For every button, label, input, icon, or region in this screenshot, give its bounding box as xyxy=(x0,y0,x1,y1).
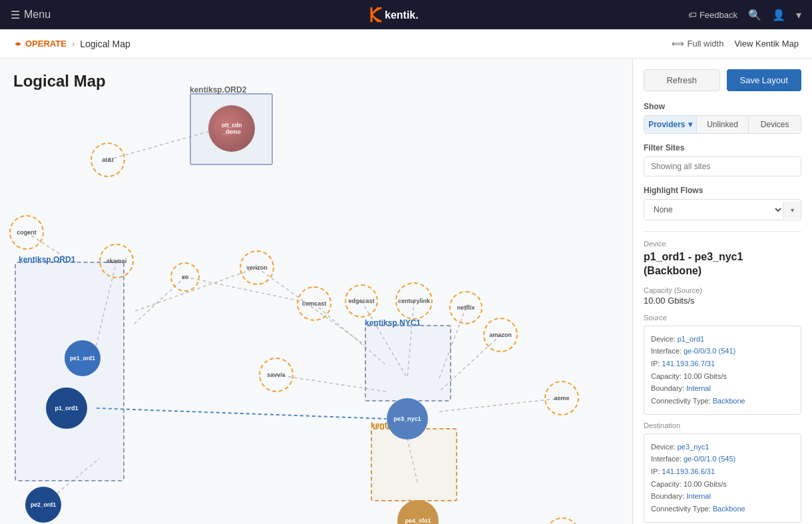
node-cogent[interactable]: cogent xyxy=(9,215,44,250)
site-ORD1 xyxy=(15,262,124,481)
show-devices-button[interactable]: Devices xyxy=(749,116,801,133)
node-akamai[interactable]: akamai xyxy=(99,244,134,278)
node-verizon[interactable]: verizon xyxy=(240,250,274,285)
show-unlinked-button[interactable]: Unlinked xyxy=(697,116,749,133)
dest-boundary-link[interactable]: Internal xyxy=(686,492,711,500)
node-netflix[interactable]: netflix xyxy=(449,291,483,324)
panel-divider xyxy=(644,231,801,232)
source-device-link[interactable]: p1_ord1 xyxy=(678,335,704,343)
capacity-label: Capacity (Source) xyxy=(644,286,801,294)
node-edgecast[interactable]: edgecast xyxy=(345,284,378,318)
show-label: Show xyxy=(644,102,801,111)
destination-label: Destination xyxy=(644,421,801,429)
node-att[interactable]: at&t xyxy=(91,142,125,177)
operate-link[interactable]: OPERATE xyxy=(13,39,67,49)
dest-ip-row: IP: 141.193.36.6/31 xyxy=(651,465,794,478)
kentik-logo-svg: kentik. xyxy=(366,5,446,24)
dest-device-row: Device: pe3_nyc1 xyxy=(651,441,794,453)
site-label-ORD2: kentiksp.ORD2 xyxy=(190,85,246,95)
source-box: Device: p1_ord1 Interface: ge-0/0/3.0 (5… xyxy=(644,326,801,415)
dest-ip-link[interactable]: 141.193.36.6/31 xyxy=(662,467,715,475)
destination-box: Device: pe3_nyc1 Interface: ge-0/0/1.0 (… xyxy=(644,433,801,523)
show-buttons-group: Providers ▾ Unlinked Devices xyxy=(644,115,801,134)
node-centurylink[interactable]: centurylink xyxy=(395,282,433,320)
node-savvis[interactable]: savvis xyxy=(259,358,294,392)
view-kentik-map-button[interactable]: View Kentik Map xyxy=(734,39,799,49)
source-capacity-row: Capacity: 10.00 Gbits/s xyxy=(651,370,794,383)
refresh-button[interactable]: Refresh xyxy=(644,69,720,91)
node-acme2[interactable]: acme xyxy=(545,517,580,524)
main-layout: Logical Map .dash-line { stroke: #bbb; s… xyxy=(0,59,812,524)
highlight-arrow-icon: ▾ xyxy=(783,202,801,218)
breadcrumb-actions: ⟺ Full width View Kentik Map xyxy=(672,39,799,49)
device-section-label: Device xyxy=(644,240,801,248)
filter-sites-label: Filter Sites xyxy=(644,143,801,152)
svg-text:kentik.: kentik. xyxy=(385,9,419,21)
menu-label: Menu xyxy=(24,9,51,21)
node-pe3-nyc1[interactable]: pe3_nyc1 xyxy=(387,398,428,439)
site-label-NYC1: kentiksp.NYC1 xyxy=(365,318,421,328)
node-p1-ord1[interactable]: p1_ord1 xyxy=(46,388,87,429)
full-width-icon: ⟺ xyxy=(672,39,684,49)
search-icon[interactable]: 🔍 xyxy=(748,9,761,21)
source-label: Source xyxy=(644,314,801,322)
capacity-value: 10.00 Gbits/s xyxy=(644,296,801,306)
breadcrumb-bar: OPERATE › Logical Map ⟺ Full width View … xyxy=(0,29,812,59)
source-boundary-row: Boundary: Internal xyxy=(651,382,794,395)
ott-cdn-demo-node[interactable]: ott_cdn_demo xyxy=(208,105,255,152)
node-amazon[interactable]: amazon xyxy=(483,318,518,352)
node-acme1[interactable]: acme xyxy=(544,381,579,415)
dest-connectivity-row: Connectivity Type: Backbone xyxy=(651,503,794,515)
device-name: p1_ord1 - pe3_nyc1 (Backbone) xyxy=(644,250,801,278)
svg-point-1 xyxy=(17,42,20,45)
site-NYC1 xyxy=(365,325,451,401)
source-connectivity-link[interactable]: Backbone xyxy=(713,397,745,405)
top-nav: ☰ Menu kentik. 🏷 Feedback 🔍 👤 ▾ xyxy=(0,0,812,29)
dest-device-link[interactable]: pe3_nyc1 xyxy=(678,443,710,451)
feedback-label: Feedback xyxy=(700,10,737,20)
highlight-flows-select[interactable]: None xyxy=(644,200,783,220)
operate-icon xyxy=(13,39,23,49)
dest-interface-link[interactable]: ge-0/0/1.0 (545) xyxy=(684,455,735,463)
node-comcast[interactable]: comcast xyxy=(297,286,331,321)
dest-boundary-row: Boundary: Internal xyxy=(651,490,794,503)
dest-connectivity-link[interactable]: Backbone xyxy=(713,505,745,513)
map-area: Logical Map .dash-line { stroke: #bbb; s… xyxy=(0,59,632,524)
node-xo[interactable]: xo xyxy=(170,262,200,292)
feedback-button[interactable]: 🏷 Feedback xyxy=(688,10,737,20)
source-connectivity-row: Connectivity Type: Backbone xyxy=(651,395,794,407)
breadcrumb: OPERATE › Logical Map xyxy=(13,39,130,49)
source-device-row: Device: p1_ord1 xyxy=(651,333,794,346)
providers-dropdown-icon: ▾ xyxy=(688,120,692,129)
save-layout-button[interactable]: Save Layout xyxy=(727,69,802,91)
node-pe2-ord1[interactable]: pe2_ord1 xyxy=(25,487,61,523)
map-canvas[interactable]: .dash-line { stroke: #bbb; stroke-width:… xyxy=(0,59,632,524)
show-providers-button[interactable]: Providers ▾ xyxy=(644,116,697,133)
source-interface-row: Interface: ge-0/0/3.0 (541) xyxy=(651,345,794,358)
svg-line-16 xyxy=(97,408,386,419)
user-icon[interactable]: 👤 xyxy=(772,9,785,21)
node-pe4-sfo1[interactable]: pe4_sfo1 xyxy=(397,500,439,524)
source-interface-link[interactable]: ge-0/0/3.0 (541) xyxy=(684,347,735,355)
highlight-flows-label: Highlight Flows xyxy=(644,186,801,195)
svg-line-15 xyxy=(439,398,562,411)
dropdown-icon[interactable]: ▾ xyxy=(796,9,801,21)
menu-icon: ☰ xyxy=(11,9,20,21)
node-pe1-ord1[interactable]: pe1_ord1 xyxy=(65,340,101,376)
feedback-icon: 🏷 xyxy=(688,10,697,20)
page-title: Logical Map xyxy=(13,72,106,91)
site-SFO1 xyxy=(371,428,457,501)
menu-button[interactable]: ☰ Menu xyxy=(11,9,51,21)
right-panel: Refresh Save Layout Show Providers ▾ Unl… xyxy=(632,59,812,524)
site-ORD2: ott_cdn_demo xyxy=(190,93,273,165)
full-width-button[interactable]: ⟺ Full width xyxy=(672,39,723,49)
logo: kentik. xyxy=(366,5,446,24)
source-ip-link[interactable]: 141.193.36.7/31 xyxy=(662,360,715,368)
highlight-flows-row: None ▾ xyxy=(644,199,801,220)
filter-sites-input[interactable] xyxy=(644,156,801,176)
dest-interface-row: Interface: ge-0/0/1.0 (545) xyxy=(651,453,794,465)
source-boundary-link[interactable]: Internal xyxy=(686,384,711,392)
breadcrumb-current: Logical Map xyxy=(80,39,130,49)
action-buttons-row: Refresh Save Layout xyxy=(644,69,801,91)
breadcrumb-separator: › xyxy=(72,39,75,49)
